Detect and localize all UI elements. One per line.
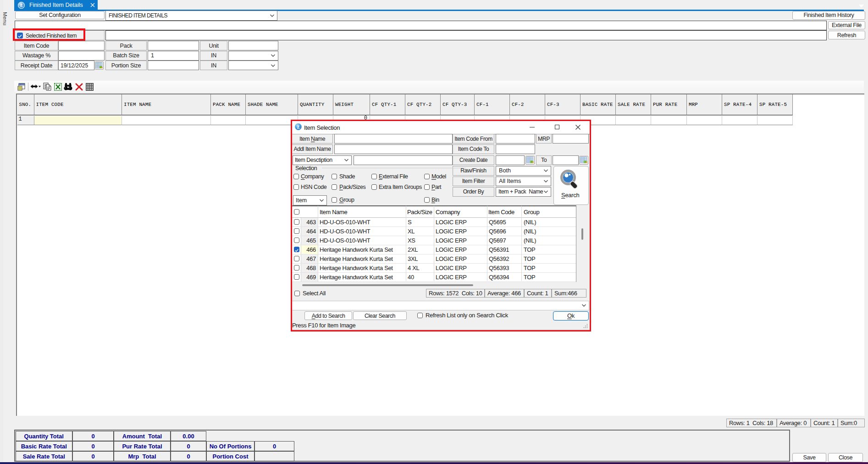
svg-text:L: L — [20, 3, 23, 8]
